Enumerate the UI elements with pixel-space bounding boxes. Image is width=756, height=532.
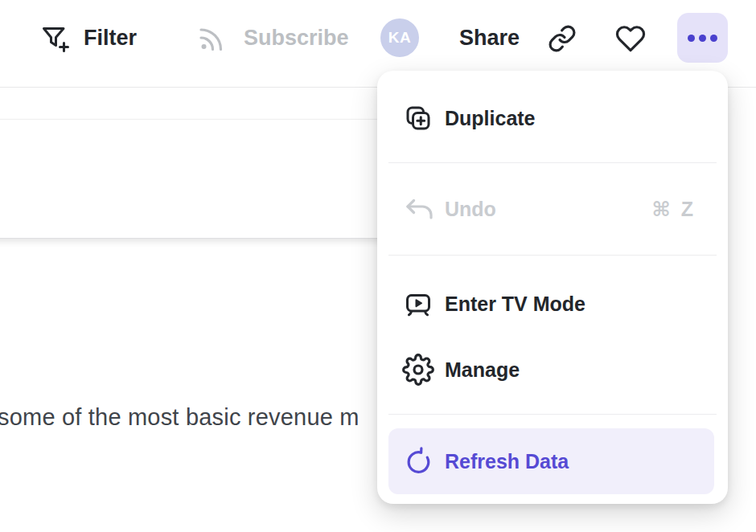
link-button[interactable]	[546, 21, 578, 56]
share-button-label: Share	[459, 26, 520, 51]
menu-item-label: Enter TV Mode	[445, 293, 585, 316]
favorite-heart-button[interactable]	[614, 21, 647, 56]
more-options-button[interactable]	[677, 13, 728, 63]
share-button[interactable]: Share	[459, 19, 520, 56]
filter-button-label: Filter	[84, 26, 137, 51]
dashboard-toolbar: Filter Subscribe KA Share	[0, 0, 756, 77]
avatar[interactable]: KA	[380, 18, 419, 57]
refresh-icon	[402, 445, 434, 477]
link-icon	[546, 23, 578, 55]
duplicate-icon	[402, 102, 434, 134]
dashboard-text-fragment: some of the most basic revenue m	[0, 404, 360, 431]
ellipsis-dot	[688, 35, 695, 42]
menu-divider	[388, 162, 717, 163]
subscribe-button-label: Subscribe	[244, 26, 349, 51]
menu-item-enter-tv-mode[interactable]: Enter TV Mode	[377, 268, 728, 339]
menu-item-label: Undo	[445, 198, 496, 221]
gear-icon	[402, 354, 434, 386]
heart-icon	[614, 23, 647, 55]
menu-divider	[388, 255, 717, 256]
avatar-initials: KA	[388, 29, 411, 47]
filter-plus-icon	[39, 22, 71, 54]
menu-item-duplicate[interactable]: Duplicate	[377, 82, 728, 154]
more-options-menu: Duplicate Undo ⌘ Z Enter TV Mode	[377, 71, 728, 504]
menu-item-refresh-data[interactable]: Refresh Data	[388, 428, 714, 494]
undo-shortcut: ⌘ Z	[652, 198, 696, 221]
ellipsis-dot	[699, 35, 706, 42]
tv-icon	[402, 288, 434, 320]
menu-item-label: Refresh Data	[445, 450, 569, 473]
subscribe-button[interactable]: Subscribe	[195, 19, 349, 56]
filter-button[interactable]: Filter	[39, 19, 137, 56]
menu-item-manage[interactable]: Manage	[377, 336, 728, 403]
menu-item-label: Manage	[445, 358, 520, 382]
menu-divider	[388, 414, 717, 415]
rss-subscribe-icon	[195, 22, 228, 54]
undo-icon	[402, 193, 434, 225]
menu-item-undo[interactable]: Undo ⌘ Z	[377, 171, 728, 247]
ellipsis-dot	[710, 35, 717, 42]
menu-item-label: Duplicate	[445, 107, 536, 130]
